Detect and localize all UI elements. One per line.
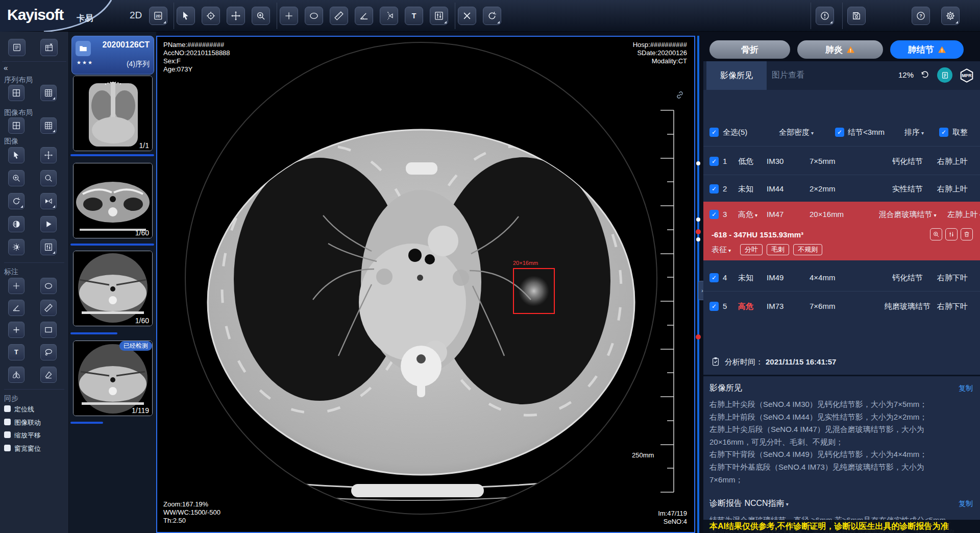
anno-ellipse-button[interactable] <box>40 278 57 294</box>
anno-point-button[interactable] <box>8 322 24 338</box>
sb-pan-button[interactable] <box>40 147 57 163</box>
tab-findings[interactable]: 影像所见 <box>706 61 767 90</box>
nodule-row-2[interactable]: ✓ 2 未知 IM44 2×2mm 实性结节 右肺上叶 <box>703 178 980 200</box>
angle-tool-button[interactable] <box>355 7 373 25</box>
reset-button[interactable] <box>483 7 501 25</box>
report-guide-dropdown[interactable]: NCCN指南▾ <box>744 499 788 507</box>
row-checkbox[interactable]: ✓ <box>709 273 719 282</box>
help-button[interactable] <box>912 7 930 25</box>
ruler-tool-button[interactable] <box>330 7 348 25</box>
trait-chip[interactable]: 毛刺 <box>767 244 789 255</box>
image-layout-3x3-button[interactable] <box>40 117 57 134</box>
crosshair-annotation-button[interactable] <box>280 7 298 25</box>
compare-nodule-button[interactable] <box>945 228 958 240</box>
ellipse-annotation-button[interactable] <box>305 7 323 25</box>
image-layout-2x2-button[interactable] <box>8 117 24 134</box>
series-layout-3x3-button[interactable] <box>40 85 57 101</box>
thumb-scrollbar[interactable] <box>70 154 154 156</box>
anno-crosshair-button[interactable] <box>8 278 24 294</box>
series-thumbnail-2[interactable]: 1/60 <box>73 163 153 238</box>
nodule-lobe-dropdown[interactable]: 左肺上叶▾ <box>947 210 980 220</box>
trait-chip[interactable]: 不规则 <box>793 244 822 255</box>
trait-dropdown[interactable]: 表征▾ <box>712 245 731 255</box>
sb-zoom-button[interactable] <box>8 170 24 186</box>
sb-pointer-button[interactable] <box>8 147 24 163</box>
nodule-marker-high-risk[interactable] <box>696 229 701 234</box>
thumb-scrollbar[interactable] <box>70 244 154 246</box>
series-thumbnail-1[interactable]: 1/1 <box>73 76 153 151</box>
study-header[interactable]: 20200126CT ★★★ (4)序列 <box>71 36 154 75</box>
text-annotation-button[interactable] <box>405 7 423 25</box>
sb-window-level-button[interactable] <box>40 239 57 255</box>
ct-viewport[interactable]: PName:########## AccNO:202101158888 Sex:… <box>156 36 695 533</box>
nodule-row-4[interactable]: ✓ 4 未知 IM49 4×4mm 钙化结节 右肺下叶 <box>703 266 980 289</box>
anno-angle-button[interactable] <box>8 300 24 316</box>
sb-brightness-button[interactable] <box>8 239 24 255</box>
copy-report-link[interactable]: 复制 <box>959 499 973 508</box>
mpr-button[interactable] <box>959 67 975 84</box>
delete-annotation-button[interactable] <box>458 7 476 25</box>
density-filter-dropdown[interactable]: 全部密度▾ <box>779 128 814 137</box>
refresh-button[interactable] <box>920 69 930 80</box>
nodule-marker[interactable] <box>696 217 700 222</box>
save-button[interactable] <box>847 7 866 25</box>
zoom-tool-button[interactable] <box>252 7 270 25</box>
sb-invert-button[interactable] <box>8 216 24 232</box>
nodule-type-dropdown[interactable]: 混合磨玻璃结节▾ <box>856 210 959 220</box>
select-all-checkbox[interactable]: ✓ <box>709 128 719 137</box>
alert-info-button[interactable] <box>816 7 834 25</box>
nodule-marker[interactable] <box>696 237 700 241</box>
series-list-button[interactable] <box>8 39 26 56</box>
copy-findings-link[interactable]: 复制 <box>959 384 973 393</box>
sync-wl-checkbox[interactable] <box>4 445 11 451</box>
collapse-sidebar-button[interactable]: « <box>4 63 8 72</box>
sync-locator-checkbox[interactable] <box>4 405 11 412</box>
thumb-scrollbar[interactable] <box>70 422 103 424</box>
row-checkbox[interactable]: ✓ <box>709 210 719 219</box>
eraser-button[interactable] <box>40 367 57 383</box>
anno-ruler-button[interactable] <box>40 300 57 316</box>
close-series-button[interactable] <box>40 39 58 56</box>
pointer-tool-button[interactable] <box>177 7 195 25</box>
nodule-marker-high-risk[interactable] <box>696 334 701 340</box>
ai-mode-fracture-button[interactable]: 骨折 <box>709 40 790 59</box>
sort-dropdown[interactable]: 排序▾ <box>904 128 924 137</box>
row-checkbox[interactable]: ✓ <box>709 302 719 311</box>
lt3mm-checkbox[interactable]: ✓ <box>835 128 844 137</box>
open-study-button[interactable] <box>76 41 91 56</box>
anno-rect-button[interactable] <box>40 322 57 338</box>
series-layout-2x2-button[interactable] <box>8 85 24 101</box>
lung-segment-button[interactable] <box>8 367 24 383</box>
nodule-row-5[interactable]: ✓ 5 高危 IM73 7×6mm 纯磨玻璃结节 右肺下叶 <box>703 295 980 318</box>
sb-flip-button[interactable] <box>40 193 57 209</box>
pan-tool-button[interactable] <box>227 7 245 25</box>
trait-chip[interactable]: 分叶 <box>740 244 763 255</box>
anno-lasso-button[interactable] <box>40 344 57 360</box>
tab-image-view[interactable]: 图片查看 <box>772 70 804 81</box>
sb-magnify-button[interactable] <box>40 170 57 186</box>
localize-tool-button[interactable] <box>202 7 220 25</box>
row-checkbox[interactable]: ✓ <box>709 184 719 193</box>
settings-button[interactable] <box>941 7 960 25</box>
row-checkbox[interactable]: ✓ <box>709 157 719 166</box>
layout-2d-button[interactable] <box>149 7 167 25</box>
sync-zoom-pan-checkbox[interactable] <box>4 431 11 438</box>
sb-rotate-button[interactable] <box>8 193 24 209</box>
report-button[interactable] <box>937 67 952 83</box>
anno-text-button[interactable] <box>8 344 24 360</box>
link-icon[interactable] <box>675 90 685 100</box>
cobb-angle-tool-button[interactable] <box>380 7 398 25</box>
nodule-row-1[interactable]: ✓ 1 低危 IM30 7×5mm 钙化结节 右肺上叶 <box>703 150 980 173</box>
window-level-button[interactable] <box>430 7 448 25</box>
ai-mode-pneumonia-button[interactable]: 肺炎 <box>797 40 883 59</box>
sync-link-checkbox[interactable] <box>4 419 11 425</box>
nodule-marker[interactable] <box>696 161 700 165</box>
locate-nodule-button[interactable] <box>930 228 942 240</box>
series-thumbnail-3[interactable]: 1/60 <box>73 251 153 326</box>
series-thumbnail-4[interactable]: 已经检测 1/119 <box>73 341 153 416</box>
thumb-scrollbar[interactable] <box>70 332 117 334</box>
nodule-risk-dropdown[interactable]: 高危▾ <box>738 210 757 220</box>
nodule-annotation-box[interactable] <box>513 268 555 314</box>
ai-mode-nodule-button[interactable]: 肺结节 <box>890 40 964 59</box>
nodule-row-3-selected[interactable]: ✓ 3 高危▾ IM47 20×16mm 混合磨玻璃结节▾ 左肺上叶▾ -618… <box>703 202 980 260</box>
